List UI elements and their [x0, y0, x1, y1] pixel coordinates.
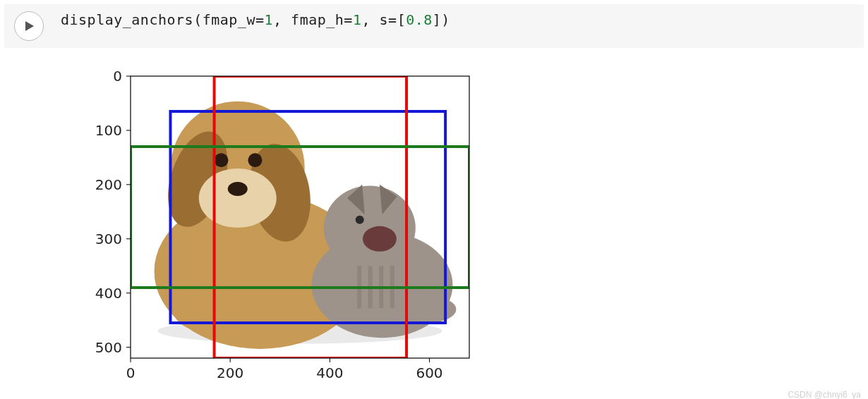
background-image: [131, 76, 469, 358]
svg-point-9: [199, 168, 277, 228]
svg-point-10: [228, 182, 248, 196]
ytick-label: 0: [113, 68, 122, 85]
svg-point-14: [324, 185, 416, 270]
ytick-label: 500: [95, 339, 122, 356]
svg-marker-0: [25, 21, 34, 31]
xtick-label: 0: [126, 364, 135, 381]
svg-point-11: [214, 153, 228, 167]
xtick-label: 600: [416, 364, 442, 381]
run-button[interactable]: [14, 11, 44, 41]
xtick-label: 200: [217, 364, 243, 381]
output-area: 02004006000100200300400500 CSDN @chnyi6_…: [0, 48, 868, 399]
ytick-label: 200: [95, 176, 122, 193]
ytick-label: 100: [95, 122, 122, 139]
ytick-label: 400: [95, 285, 122, 302]
code-cell: display_anchors(fmap_w=1, fmap_h=1, s=[0…: [4, 4, 864, 48]
anchor-plot: 02004006000100200300400500: [71, 62, 565, 399]
code-content: display_anchors(fmap_w=1, fmap_h=1, s=[0…: [61, 11, 450, 28]
svg-point-12: [248, 153, 262, 167]
watermark-text: CSDN @chnyi6_ya: [788, 390, 861, 399]
svg-point-17: [363, 226, 397, 252]
code-arg-fmap_h: 1: [353, 11, 362, 28]
svg-point-18: [356, 216, 364, 224]
play-icon: [23, 20, 35, 32]
code-fn: display_anchors: [61, 11, 193, 28]
xtick-label: 400: [316, 364, 343, 381]
code-arg-fmap_w: 1: [264, 11, 273, 28]
ytick-label: 300: [95, 231, 122, 247]
code-arg-s: 0.8: [406, 11, 433, 28]
